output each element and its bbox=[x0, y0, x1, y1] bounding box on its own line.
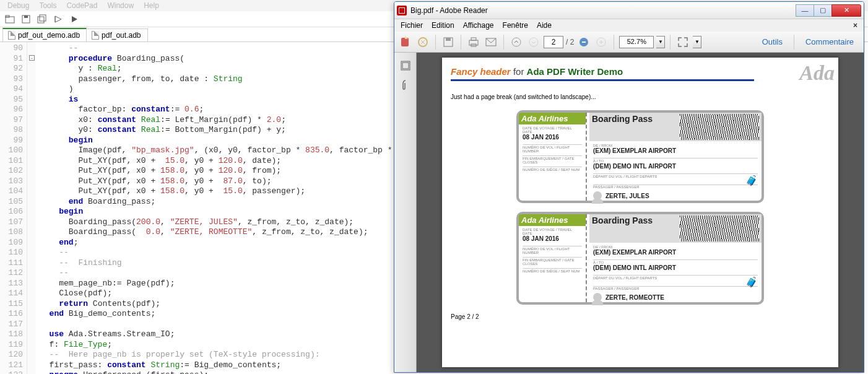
flight-label: NUMÉRO DE VOL / FLIGHT NUMBER bbox=[523, 146, 582, 153]
date-label: DATE DE VOYAGE / TRAVEL DATE bbox=[523, 126, 582, 134]
flight-label: NUMÉRO DE VOL / FLIGHT NUMBER bbox=[523, 247, 582, 254]
from-value: (EXM) EXEMPLAR AIRPORT bbox=[593, 147, 758, 154]
export-pdf-icon[interactable] bbox=[398, 35, 413, 50]
barcode bbox=[680, 114, 759, 140]
zoom-display[interactable]: 52.7% bbox=[619, 36, 654, 48]
date-value: 08 JAN 2016 bbox=[523, 235, 582, 242]
run-icon[interactable] bbox=[68, 13, 80, 25]
menu-debug[interactable]: Debug bbox=[7, 1, 29, 10]
minimize-button[interactable]: — bbox=[796, 4, 814, 17]
svg-rect-11 bbox=[469, 40, 478, 45]
attachments-icon[interactable] bbox=[399, 79, 412, 92]
passenger-name: ZERTE, ROMEOTTE bbox=[605, 294, 664, 301]
page-footer: Page 2 / 2 bbox=[451, 313, 830, 320]
page-up-icon[interactable] bbox=[509, 35, 524, 50]
convert-icon[interactable] bbox=[415, 35, 430, 50]
separator bbox=[461, 35, 461, 50]
gate-label: FIN EMBARQUEMENT / GATE CLOSES bbox=[523, 157, 582, 164]
menu-codepad[interactable]: CodePad bbox=[66, 1, 97, 10]
departs-label: DÉPART DU VOL / FLIGHT DEPARTS bbox=[593, 276, 758, 280]
menu-help[interactable]: Help bbox=[144, 1, 159, 10]
email-icon[interactable] bbox=[484, 35, 498, 50]
svg-point-15 bbox=[512, 38, 521, 46]
zoom-dropdown-icon[interactable]: ▼ bbox=[656, 36, 665, 48]
seat-label: NUMÉRO DE SIÈGE / SEAT NUM bbox=[523, 168, 582, 172]
barcode bbox=[680, 215, 759, 241]
menu-view[interactable]: Affichage bbox=[463, 21, 494, 30]
save-icon[interactable] bbox=[20, 13, 32, 25]
view-dropdown-icon[interactable]: ▼ bbox=[693, 36, 701, 48]
svg-rect-12 bbox=[471, 38, 476, 40]
svg-rect-10 bbox=[446, 38, 451, 41]
file-icon bbox=[92, 31, 99, 40]
svg-point-16 bbox=[529, 38, 538, 46]
zoom-in-icon[interactable] bbox=[594, 35, 609, 50]
separator bbox=[670, 35, 671, 50]
bp-title: Boarding Pass bbox=[592, 114, 653, 140]
page-down-icon[interactable] bbox=[526, 35, 541, 50]
page-number-input[interactable] bbox=[544, 36, 563, 48]
menu-tools[interactable]: Tools bbox=[39, 1, 56, 10]
thumbnails-icon[interactable] bbox=[399, 59, 412, 72]
baggage-icon: 🧳 bbox=[745, 175, 758, 186]
passenger-icon bbox=[593, 293, 602, 302]
print-icon[interactable] bbox=[466, 35, 481, 50]
fold-column: - bbox=[27, 42, 36, 374]
adobe-reader-icon bbox=[397, 6, 407, 15]
svg-rect-5 bbox=[40, 15, 46, 21]
page-break-text: Just had a page break (and switched to l… bbox=[451, 94, 830, 100]
open-file-icon[interactable] bbox=[4, 13, 16, 25]
header-title: Ada PDF Writer Demo bbox=[527, 66, 623, 77]
boarding-pass: Ada Airlines DATE DE VOYAGE / TRAVEL DAT… bbox=[516, 110, 764, 203]
menu-edit[interactable]: Edition bbox=[432, 21, 454, 30]
build-icon[interactable] bbox=[52, 13, 64, 25]
airline-label: Ada Airlines bbox=[519, 214, 586, 226]
passenger-name: ZERTE, JULES bbox=[605, 193, 649, 199]
boarding-pass: Ada Airlines DATE DE VOYAGE / TRAVEL DAT… bbox=[516, 212, 764, 305]
from-value: (EXM) EXEMPLAR AIRPORT bbox=[593, 249, 758, 256]
tab-label: pdf_out.adb bbox=[102, 31, 141, 40]
svg-rect-23 bbox=[402, 63, 409, 69]
to-value: (DEM) DEMO INTL AIRPORT bbox=[593, 163, 758, 170]
header-fancy: Fancy header bbox=[451, 66, 511, 77]
header-rule bbox=[451, 79, 754, 81]
side-rail bbox=[394, 53, 417, 372]
tools-link[interactable]: Outils bbox=[756, 37, 789, 46]
comment-link[interactable]: Commentaire bbox=[799, 37, 860, 46]
tab-pdf-out[interactable]: pdf_out.adb bbox=[86, 28, 147, 41]
airline-label: Ada Airlines bbox=[519, 113, 586, 124]
reader-menubar[interactable]: Fichier Edition Affichage Fenêtre Aide × bbox=[394, 19, 864, 32]
baggage-icon: 🧳 bbox=[745, 276, 758, 288]
separator bbox=[503, 35, 504, 50]
separator bbox=[435, 35, 436, 50]
page-area[interactable]: Ada Fancy header for Ada PDF Writer Demo… bbox=[417, 53, 864, 372]
fit-window-icon[interactable] bbox=[675, 35, 690, 50]
menu-window[interactable]: Window bbox=[107, 1, 134, 10]
pdf-page: Ada Fancy header for Ada PDF Writer Demo… bbox=[442, 58, 838, 367]
fold-toggle-icon[interactable]: - bbox=[29, 55, 35, 61]
reader-body: Ada Fancy header for Ada PDF Writer Demo… bbox=[394, 53, 864, 372]
passenger-icon bbox=[593, 191, 602, 200]
save-icon[interactable] bbox=[441, 35, 456, 50]
reader-titlebar[interactable]: Big.pdf - Adobe Reader — ▢ ✕ bbox=[394, 2, 864, 19]
page-total: / 2 bbox=[566, 38, 574, 46]
svg-rect-4 bbox=[38, 17, 44, 23]
maximize-button[interactable]: ▢ bbox=[814, 4, 832, 17]
menu-file[interactable]: Fichier bbox=[401, 21, 423, 30]
zoom-out-icon[interactable] bbox=[576, 35, 591, 50]
seat-label: NUMÉRO DE SIÈGE / SEAT NUM bbox=[523, 269, 582, 273]
gate-label: FIN EMBARQUEMENT / GATE CLOSES bbox=[523, 258, 582, 266]
page-header: Fancy header for Ada PDF Writer Demo bbox=[451, 66, 830, 79]
svg-rect-7 bbox=[401, 38, 409, 46]
menu-help[interactable]: Aide bbox=[537, 21, 552, 30]
adobe-reader-window: Big.pdf - Adobe Reader — ▢ ✕ Fichier Edi… bbox=[394, 1, 864, 373]
departs-label: DÉPART DU VOL / FLIGHT DEPARTS bbox=[593, 175, 758, 178]
window-title: Big.pdf - Adobe Reader bbox=[410, 6, 488, 15]
menu-window[interactable]: Fenêtre bbox=[503, 21, 528, 30]
close-button[interactable]: ✕ bbox=[831, 4, 861, 17]
to-value: (DEM) DEMO INTL AIRPORT bbox=[593, 264, 758, 271]
tab-pdf-out-demo[interactable]: pdf_out_demo.adb bbox=[2, 28, 87, 41]
close-doc-icon[interactable]: × bbox=[853, 21, 857, 30]
save-all-icon[interactable] bbox=[36, 13, 48, 25]
tab-label: pdf_out_demo.adb bbox=[18, 31, 80, 40]
